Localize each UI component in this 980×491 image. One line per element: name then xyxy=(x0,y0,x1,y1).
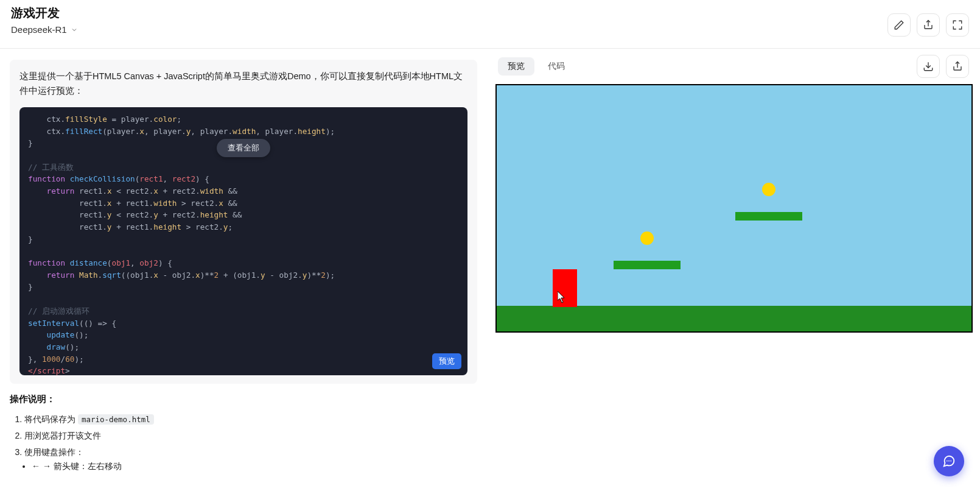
instructions-heading: 操作说明： xyxy=(10,394,477,405)
chat-bubble-icon xyxy=(942,454,956,468)
instruction-item: 使用键盘操作： xyxy=(24,444,477,461)
instruction-item: 用浏览器打开该文件 xyxy=(24,428,477,444)
preview-column: 预览 代码 xyxy=(487,49,980,491)
preview-toolbar: 预览 代码 xyxy=(487,55,973,84)
filename-code: mario-demo.html xyxy=(78,414,154,425)
game-platform xyxy=(735,212,802,221)
code-wrapper: ctx.fillStyle = player.color; ctx.fillRe… xyxy=(19,107,467,375)
preview-actions xyxy=(917,55,969,78)
instruction-text: 将代码保存为 xyxy=(24,414,78,424)
svg-point-5 xyxy=(950,461,951,462)
pencil-icon xyxy=(894,19,905,30)
page-title: 游戏开发 xyxy=(11,5,78,21)
message-intro: 这里提供一个基于HTML5 Canvas + JavaScript的简单马里奥式… xyxy=(19,69,467,99)
assistant-message: 这里提供一个基于HTML5 Canvas + JavaScript的简单马里奥式… xyxy=(10,60,477,384)
preview-share-button[interactable] xyxy=(946,55,969,78)
chevron-down-icon xyxy=(71,26,78,34)
share-icon xyxy=(923,19,934,30)
instruction-subitem: ← → 箭头键：左右移动 xyxy=(32,461,477,472)
game-ground xyxy=(497,306,971,331)
chat-fab[interactable] xyxy=(934,446,964,476)
cursor-icon xyxy=(558,291,566,306)
game-canvas[interactable] xyxy=(495,84,973,333)
svg-point-4 xyxy=(948,461,950,462)
header-actions xyxy=(887,13,969,37)
tabs: 预览 代码 xyxy=(498,57,575,76)
instruction-text: 使用键盘操作： xyxy=(24,447,84,457)
game-coin xyxy=(640,231,654,245)
download-button[interactable] xyxy=(917,55,940,78)
header-left: 游戏开发 Deepseek-R1 xyxy=(11,5,78,35)
tab-preview[interactable]: 预览 xyxy=(498,57,534,76)
instructions-list: 将代码保存为 mario-demo.html 用浏览器打开该文件 使用键盘操作： xyxy=(24,411,477,461)
instruction-text: 用浏览器打开该文件 xyxy=(24,431,101,440)
tab-code[interactable]: 代码 xyxy=(538,57,575,76)
model-name: Deepseek-R1 xyxy=(11,24,67,35)
share-button[interactable] xyxy=(917,13,940,37)
collapse-button[interactable] xyxy=(946,13,969,37)
model-selector[interactable]: Deepseek-R1 xyxy=(11,24,78,35)
instruction-item: 将代码保存为 mario-demo.html xyxy=(24,411,477,428)
game-coin xyxy=(762,183,775,196)
chat-column: 这里提供一个基于HTML5 Canvas + JavaScript的简单马里奥式… xyxy=(0,49,487,491)
app-header: 游戏开发 Deepseek-R1 xyxy=(0,0,980,49)
share-icon xyxy=(952,61,963,72)
download-icon xyxy=(923,61,934,72)
edit-button[interactable] xyxy=(887,13,911,37)
collapse-icon xyxy=(952,19,963,30)
preview-chip[interactable]: 预览 xyxy=(432,353,461,369)
svg-point-3 xyxy=(947,461,948,462)
instruction-sublist: ← → 箭头键：左右移动 xyxy=(32,461,477,472)
main-split: 这里提供一个基于HTML5 Canvas + JavaScript的简单马里奥式… xyxy=(0,49,980,491)
game-platform xyxy=(614,261,681,269)
see-all-button[interactable]: 查看全部 xyxy=(217,139,270,157)
